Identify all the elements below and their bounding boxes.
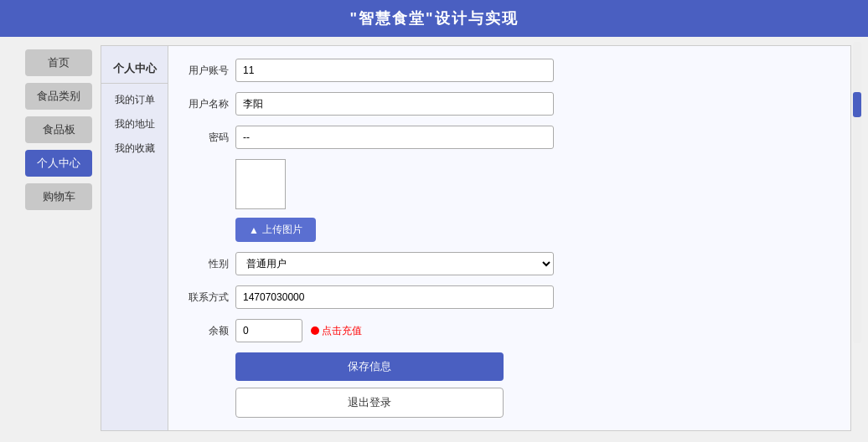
upload-image-button[interactable]: ▲ 上传图片	[235, 218, 316, 242]
user-id-label: 用户账号	[185, 64, 235, 78]
recharge-label: 点击充值	[322, 324, 362, 338]
balance-row: 余额 点击充值	[185, 319, 834, 342]
sidebar-item-cart[interactable]: 购物车	[25, 183, 92, 210]
contact-row: 联系方式	[185, 285, 834, 309]
sub-sidebar-item-orders[interactable]: 我的订单	[101, 88, 168, 112]
sidebar-item-food-category[interactable]: 食品类别	[25, 83, 92, 110]
sidebar-item-food-board[interactable]: 食品板	[25, 116, 92, 143]
sub-sidebar-title: 个人中心	[101, 54, 168, 84]
recharge-link[interactable]: 点击充值	[311, 324, 362, 338]
content-area: 个人中心 我的订单 我的地址 我的收藏 用户账号 用户名称 密码	[101, 45, 851, 431]
image-preview-row	[185, 159, 834, 209]
logout-button[interactable]: 退出登录	[235, 388, 504, 418]
save-button[interactable]: 保存信息	[235, 352, 504, 381]
username-row: 用户名称	[185, 92, 834, 116]
sub-sidebar-item-address[interactable]: 我的地址	[101, 112, 168, 136]
sidebar: 首页 食品类别 食品板 个人中心 购物车	[17, 45, 101, 431]
gender-row: 性别 普通用户 男 女	[185, 252, 834, 275]
user-id-input[interactable]	[235, 59, 554, 82]
sub-sidebar-item-favorites[interactable]: 我的收藏	[101, 136, 168, 161]
upload-btn-label: 上传图片	[262, 223, 302, 237]
password-input[interactable]	[235, 126, 554, 149]
upload-btn-row: ▲ 上传图片	[185, 218, 834, 242]
sidebar-item-personal-center[interactable]: 个人中心	[25, 150, 92, 177]
gender-label: 性别	[185, 257, 235, 271]
form-area: 用户账号 用户名称 密码 ▲ 上传图片	[168, 46, 850, 430]
password-row: 密码	[185, 126, 834, 149]
balance-label: 余额	[185, 324, 235, 338]
username-input[interactable]	[235, 92, 554, 116]
username-label: 用户名称	[185, 97, 235, 111]
contact-label: 联系方式	[185, 290, 235, 305]
scrollbar-thumb	[853, 92, 861, 117]
page-title: "智慧食堂"设计与实现	[349, 10, 518, 27]
main-layout: 首页 食品类别 食品板 个人中心 购物车 个人中心 我的订单 我的地址 我的收藏…	[0, 37, 868, 439]
action-buttons: 保存信息 退出登录	[185, 352, 834, 418]
radio-dot-icon	[311, 326, 319, 335]
user-id-row: 用户账号	[185, 59, 834, 82]
upload-icon: ▲	[249, 224, 259, 236]
gender-select[interactable]: 普通用户 男 女	[235, 252, 554, 275]
avatar-preview	[235, 159, 286, 209]
password-label: 密码	[185, 131, 235, 145]
page-header: "智慧食堂"设计与实现	[0, 0, 868, 37]
contact-input[interactable]	[235, 285, 554, 309]
scrollbar[interactable]	[853, 42, 861, 343]
balance-input[interactable]	[235, 319, 302, 342]
sidebar-item-home[interactable]: 首页	[25, 49, 92, 76]
sub-sidebar: 个人中心 我的订单 我的地址 我的收藏	[101, 46, 168, 430]
